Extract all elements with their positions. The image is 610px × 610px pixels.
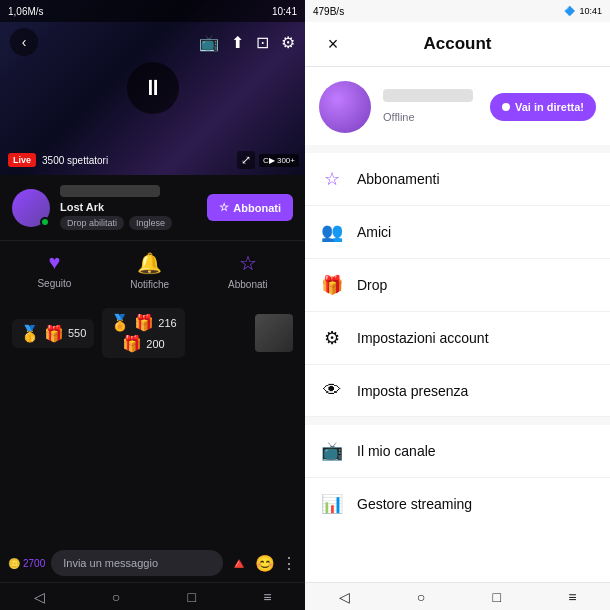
drop-sub-1: 🏅 🎁 216 (110, 313, 176, 332)
gift-icon-4: 🎁 (122, 334, 142, 353)
menu-item-abbonamenti[interactable]: ☆ Abbonamenti (305, 153, 610, 206)
amici-label: Amici (357, 224, 391, 240)
bottom-nav-left: ◁ ○ □ ≡ (0, 582, 305, 610)
hype-icon[interactable]: 🔺 (229, 554, 249, 573)
subscribe-action-label: Abbonati (228, 279, 267, 290)
go-live-label: Vai in diretta! (515, 101, 584, 113)
gestore-label: Gestore streaming (357, 496, 472, 512)
user-info-text: Offline (383, 89, 478, 125)
video-bottom-right: ⤢ C▶ 300+ (237, 151, 299, 169)
screen-icon[interactable]: ⊡ (256, 33, 269, 52)
drop-item-2[interactable]: 🏅 🎁 216 🎁 200 (102, 308, 184, 358)
stream-info: Lost Ark Drop abilitati Inglese ☆ Abbona… (0, 175, 305, 240)
menu-item-drop[interactable]: 🎁 Drop (305, 259, 610, 312)
signal-left: 1,06M/s (8, 6, 44, 17)
subscribe-button[interactable]: ☆ Abbonati (207, 194, 293, 221)
viewer-count: 3500 spettatori (42, 155, 108, 166)
back-nav-icon[interactable]: ◁ (34, 589, 45, 605)
channel-points-badge[interactable]: 🪙 2700 (8, 558, 45, 569)
stream-game: Lost Ark (60, 201, 197, 213)
stream-tags: Drop abilitati Inglese (60, 216, 197, 230)
notify-action[interactable]: 🔔 Notifiche (130, 251, 169, 290)
abbonamenti-label: Abbonamenti (357, 171, 440, 187)
expand-icon[interactable]: ⤢ (237, 151, 255, 169)
right-panel: 479B/s 🔷 10:41 × Account Offline Vai in … (305, 0, 610, 610)
menu-nav-right-icon[interactable]: ≡ (568, 589, 576, 605)
pause-button[interactable]: ⏸ (127, 62, 179, 114)
menu-item-amici[interactable]: 👥 Amici (305, 206, 610, 259)
drop-count-2: 216 (158, 317, 176, 329)
go-live-button[interactable]: Vai in diretta! (490, 93, 596, 121)
streamer-avatar[interactable] (12, 189, 50, 227)
live-indicator-icon (502, 103, 510, 111)
drop-count-1: 550 (68, 327, 86, 339)
chat-input-row: 🪙 2700 Invia un messaggio 🔺 😊 ⋮ (0, 544, 305, 582)
drops-row: 🥇 🎁 550 🏅 🎁 216 🎁 200 (0, 300, 305, 366)
stream-text: Lost Ark Drop abilitati Inglese (60, 185, 197, 230)
back-nav-right-icon[interactable]: ◁ (339, 589, 350, 605)
status-bar-left: 1,06M/s 10:41 (0, 0, 305, 22)
presence-icon: 👁 (321, 380, 343, 401)
user-avatar[interactable] (319, 81, 371, 133)
menu-item-presenza[interactable]: 👁 Imposta presenza (305, 365, 610, 417)
recent-nav-right-icon[interactable]: □ (493, 589, 501, 605)
channel-icon: 📺 (321, 440, 343, 462)
bell-icon: 🔔 (137, 251, 162, 275)
menu-nav-icon[interactable]: ≡ (263, 589, 271, 605)
user-info-section: Offline Vai in diretta! (305, 67, 610, 153)
time-left: 10:41 (272, 6, 297, 17)
time-right: 10:41 (579, 6, 602, 16)
follow-label: Seguito (37, 278, 71, 289)
badge-icon: 🏅 (110, 313, 130, 332)
menu-item-canale[interactable]: 📺 Il mio canale (305, 425, 610, 478)
back-chevron-icon[interactable]: ‹ (10, 28, 38, 56)
drop-count-3: 200 (146, 338, 164, 350)
friends-icon: 👥 (321, 221, 343, 243)
drop-sub-2: 🎁 200 (122, 334, 164, 353)
gift-icon-3: 🎁 (134, 313, 154, 332)
cast-icon[interactable]: 📺 (199, 33, 219, 52)
chat-input[interactable]: Invia un messaggio (51, 550, 223, 576)
follow-action[interactable]: ♥ Seguito (37, 251, 71, 290)
bluetooth-icon: 🔷 (564, 6, 575, 16)
canale-label: Il mio canale (357, 443, 436, 459)
presenza-label: Imposta presenza (357, 383, 468, 399)
subscribe-action[interactable]: ☆ Abbonati (228, 251, 267, 290)
live-badge: Live (8, 153, 36, 167)
points-count: 2700 (23, 558, 45, 569)
avatar-image (319, 81, 371, 133)
home-nav-icon[interactable]: ○ (112, 589, 120, 605)
home-nav-right-icon[interactable]: ○ (417, 589, 425, 605)
recent-nav-icon[interactable]: □ (188, 589, 196, 605)
drop-menu-icon: 🎁 (321, 274, 343, 296)
settings-icon[interactable]: ⚙ (281, 33, 295, 52)
signal-right: 479B/s (313, 6, 344, 17)
video-area[interactable]: ‹ 📺 ⬆ ⊡ ⚙ ⏸ Live 3500 spettatori ⤢ C▶ 30… (0, 0, 305, 175)
heart-icon: ♥ (48, 251, 60, 274)
online-dot (40, 217, 50, 227)
menu-item-impostazioni[interactable]: ⚙ Impostazioni account (305, 312, 610, 365)
offline-status: Offline (383, 111, 415, 123)
bottom-nav-right: ◁ ○ □ ≡ (305, 582, 610, 610)
account-header: × Account (305, 22, 610, 67)
menu-item-gestore[interactable]: 📊 Gestore streaming (305, 478, 610, 530)
channel-thumbnail[interactable] (255, 314, 293, 352)
quality-badge: C▶ 300+ (259, 154, 299, 167)
more-icon[interactable]: ⋮ (281, 554, 297, 573)
account-title: Account (424, 34, 492, 54)
tag-language[interactable]: Inglese (129, 216, 172, 230)
drop-item-1[interactable]: 🥇 🎁 550 (12, 319, 94, 348)
video-top-icons: 📺 ⬆ ⊡ ⚙ (199, 33, 295, 52)
tag-drops[interactable]: Drop abilitati (60, 216, 124, 230)
status-bar-right: 479B/s 🔷 10:41 (305, 0, 610, 22)
gift-icon-2: 🎁 (44, 324, 64, 343)
star-menu-icon: ☆ (321, 168, 343, 190)
streaming-icon: 📊 (321, 493, 343, 515)
username-blur (383, 89, 473, 102)
star-sub-icon: ☆ (239, 251, 257, 275)
coin-icon: 🪙 (8, 558, 20, 569)
share-icon[interactable]: ⬆ (231, 33, 244, 52)
emoji-icon[interactable]: 😊 (255, 554, 275, 573)
video-overlay-top: ‹ 📺 ⬆ ⊡ ⚙ (0, 22, 305, 62)
close-button[interactable]: × (319, 30, 347, 58)
